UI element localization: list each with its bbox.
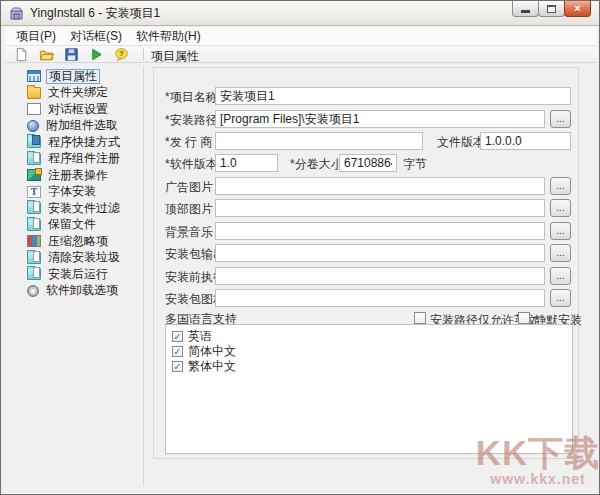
bg-music-input[interactable] (215, 222, 545, 240)
window-controls: × (513, 1, 591, 17)
uninstall-options-icon (27, 285, 39, 297)
install-path-input[interactable] (215, 110, 545, 128)
toolbar-separator (143, 48, 144, 61)
sidebar-item-file-filter[interactable]: 安装文件过滤 (27, 200, 143, 217)
top-image-browse-button[interactable]: ... (550, 199, 571, 217)
package-output-input[interactable] (215, 244, 545, 262)
english-only-path-checkbox[interactable] (414, 312, 426, 324)
svg-text:?: ? (119, 49, 124, 58)
ad-image-input[interactable] (215, 177, 545, 195)
toolbar: ? 项目属性 (5, 46, 597, 63)
addon-select-icon (27, 120, 39, 132)
software-version-input[interactable] (215, 154, 278, 172)
help-icon: ? (114, 47, 129, 62)
maximize-button[interactable] (538, 1, 565, 17)
sidebar-item-shortcuts[interactable]: 程序快捷方式 (27, 134, 143, 151)
open-project-button[interactable] (37, 46, 55, 62)
ad-image-browse-button[interactable]: ... (550, 177, 571, 195)
english-checkbox[interactable]: ✓ (172, 331, 183, 342)
traditional-chinese-checkbox[interactable]: ✓ (172, 361, 183, 372)
bg-music-browse-button[interactable]: ... (550, 222, 571, 240)
file-version-label: 文件版本 (437, 135, 485, 149)
component-register-icon (27, 153, 41, 165)
maximize-icon (547, 5, 556, 13)
package-output-browse-button[interactable]: ... (550, 244, 571, 262)
new-project-button[interactable] (12, 46, 30, 62)
project-name-label: *项目名称 (165, 90, 218, 104)
new-file-icon (14, 47, 29, 62)
open-folder-icon (39, 47, 54, 62)
file-filter-icon (27, 202, 41, 214)
file-version-input[interactable] (480, 132, 571, 150)
simplified-chinese-checkbox[interactable]: ✓ (172, 346, 183, 357)
volume-size-input[interactable] (339, 154, 397, 172)
sidebar-item-dialog-settings[interactable]: 对话框设置 (27, 101, 143, 118)
pre-install-exec-browse-button[interactable]: ... (550, 267, 571, 285)
publisher-input[interactable] (215, 132, 423, 150)
sidebar-item-font-install[interactable]: T字体安装 (27, 184, 143, 201)
sidebar-item-registry-ops[interactable]: 注册表操作 (27, 167, 143, 184)
language-item-traditional-chinese[interactable]: ✓ 繁体中文 (172, 359, 572, 374)
font-install-icon: T (27, 186, 41, 198)
menu-project[interactable]: 项目(P) (9, 26, 63, 47)
menu-bar: 项目(P) 对话框(S) 软件帮助(H) (5, 27, 597, 46)
registry-icon (27, 169, 41, 181)
run-icon (89, 47, 104, 62)
software-version-label: *软件版本 (165, 157, 218, 171)
sidebar-nav: 项目属性 文件夹绑定 对话框设置 附加组件选取 程序快捷方式 程序组件注册 注册… (7, 66, 144, 486)
shortcut-icon (27, 136, 41, 148)
sidebar-item-cleanup[interactable]: 清除安装垃圾 (27, 250, 143, 267)
language-listbox[interactable]: ✓ 英语 ✓ 简体中文 ✓ 繁体中文 (165, 324, 573, 454)
pre-install-exec-input[interactable] (215, 267, 545, 285)
close-icon: × (574, 3, 580, 14)
run-after-install-icon (27, 268, 41, 280)
project-name-input[interactable] (215, 87, 571, 105)
install-path-label: *安装路径 (165, 113, 218, 127)
sidebar-item-folder-binding[interactable]: 文件夹绑定 (27, 85, 143, 102)
minimize-button[interactable] (512, 1, 539, 17)
menu-help[interactable]: 软件帮助(H) (129, 26, 208, 47)
keep-files-icon (27, 219, 41, 231)
sidebar-item-keep-files[interactable]: 保留文件 (27, 217, 143, 234)
volume-size-label: *分卷大小 (290, 157, 343, 171)
project-properties-panel: *项目名称 *安装路径 ... *发 行 商 文件版本 *软件版本 *分卷大小 … (153, 67, 579, 459)
sidebar-item-addon-select[interactable]: 附加组件选取 (27, 118, 143, 135)
publisher-label: *发 行 商 (165, 135, 212, 149)
top-image-input[interactable] (215, 199, 545, 217)
sidebar-item-component-register[interactable]: 程序组件注册 (27, 151, 143, 168)
top-image-label: 顶部图片 (165, 202, 213, 216)
project-properties-icon (27, 70, 41, 82)
ad-image-label: 广告图片 (165, 180, 213, 194)
silent-install-checkbox[interactable] (518, 312, 530, 324)
cleanup-icon (27, 252, 41, 264)
minimize-icon (521, 10, 530, 13)
volume-size-unit: 字节 (403, 157, 427, 171)
save-project-button[interactable] (62, 46, 80, 62)
sidebar-item-compress-ignore[interactable]: 压缩忽略项 (27, 233, 143, 250)
sidebar-item-project-properties[interactable]: 项目属性 (27, 68, 143, 85)
title-bar: YingInstall 6 - 安装项目1 (1, 1, 599, 26)
content-area: 项目属性 文件夹绑定 对话框设置 附加组件选取 程序快捷方式 程序组件注册 注册… (5, 63, 597, 492)
traditional-chinese-label: 繁体中文 (188, 358, 236, 375)
language-item-english[interactable]: ✓ 英语 (172, 329, 572, 344)
language-item-simplified-chinese[interactable]: ✓ 简体中文 (172, 344, 572, 359)
install-path-browse-button[interactable]: ... (550, 110, 571, 128)
package-icon-input[interactable] (215, 289, 545, 307)
package-icon-browse-button[interactable]: ... (550, 289, 571, 307)
close-button[interactable]: × (564, 1, 591, 17)
app-icon (8, 5, 24, 21)
build-run-button[interactable] (87, 46, 105, 62)
dialog-settings-icon (27, 103, 41, 115)
window-title: YingInstall 6 - 安装项目1 (30, 5, 160, 22)
save-icon (64, 47, 79, 62)
sidebar-item-uninstall-options[interactable]: 软件卸载选项 (27, 283, 143, 300)
sidebar-item-run-after-install[interactable]: 安装后运行 (27, 266, 143, 283)
folder-bind-icon (27, 87, 41, 99)
compress-ignore-icon (27, 235, 41, 247)
bg-music-label: 背景音乐 (165, 225, 213, 239)
app-window: YingInstall 6 - 安装项目1 × 项目(P) 对话框(S) 软件帮… (0, 0, 600, 495)
help-button[interactable]: ? (112, 46, 130, 62)
menu-dialog[interactable]: 对话框(S) (63, 26, 129, 47)
